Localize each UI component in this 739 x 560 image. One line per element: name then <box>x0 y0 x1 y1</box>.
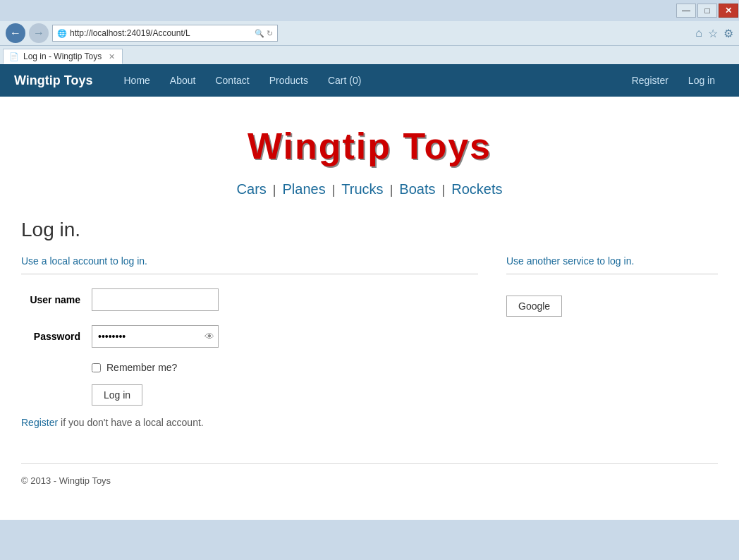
right-divider <box>506 274 718 274</box>
home-icon[interactable]: ⌂ <box>695 27 702 39</box>
active-tab[interactable]: 📄 Log in - Wingtip Toys ✕ <box>3 49 123 64</box>
cat-cars[interactable]: Cars <box>237 181 267 197</box>
username-input[interactable] <box>92 288 219 311</box>
password-label: Password <box>21 331 92 342</box>
tab-bar: 📄 Log in - Wingtip Toys ✕ <box>0 46 739 64</box>
nav-cart[interactable]: Cart (0) <box>318 64 371 97</box>
brand-name[interactable]: Wingtip Toys <box>14 73 93 88</box>
cat-sep-2: | <box>332 183 339 197</box>
nav-login[interactable]: Log in <box>678 64 725 97</box>
login-heading: Log in. <box>21 219 718 241</box>
address-text: http://localhost:24019/Account/L <box>70 28 252 38</box>
cat-sep-3: | <box>390 183 397 197</box>
category-nav: Cars | Planes | Trucks | Boats | Rockets <box>21 174 718 212</box>
register-suffix: if you don't have a local account. <box>61 417 204 428</box>
login-section: Log in. Use a local account to log in. U… <box>21 212 718 435</box>
username-row: User name <box>21 288 478 311</box>
nav-home[interactable]: Home <box>114 64 160 97</box>
close-button[interactable]: ✕ <box>719 4 738 18</box>
login-container: Use a local account to log in. User name… <box>21 255 718 428</box>
footer: © 2013 - Wingtip Toys <box>21 463 718 486</box>
password-input[interactable] <box>92 325 219 348</box>
cat-sep-4: | <box>442 183 449 197</box>
password-wrapper: 👁 <box>92 325 219 348</box>
cat-rockets[interactable]: Rockets <box>451 181 502 197</box>
site-title: Wingtip Toys <box>21 111 718 174</box>
register-text: Register if you don't have a local accou… <box>21 417 478 428</box>
nav-products[interactable]: Products <box>259 64 318 97</box>
login-right: Use another service to log in. Google <box>506 255 718 428</box>
register-link[interactable]: Register <box>21 417 58 428</box>
nav-links: Home About Contact Products Cart (0) <box>114 64 622 97</box>
tab-label: Log in - Wingtip Toys <box>23 51 102 61</box>
google-button[interactable]: Google <box>506 296 562 317</box>
left-divider <box>21 274 478 274</box>
cat-trucks[interactable]: Trucks <box>341 181 383 197</box>
nav-contact[interactable]: Contact <box>205 64 259 97</box>
footer-text: © 2013 - Wingtip Toys <box>21 475 111 486</box>
password-row: Password 👁 <box>21 325 478 348</box>
settings-icon[interactable]: ⚙ <box>723 27 733 40</box>
remember-row: Remember me? <box>92 362 478 373</box>
nav-right-links: Register Log in <box>622 64 725 97</box>
username-label: User name <box>21 294 92 305</box>
window-title-bar: — □ ✕ <box>0 0 739 21</box>
main-content: Wingtip Toys Cars | Planes | Trucks | Bo… <box>0 97 739 520</box>
minimize-button[interactable]: — <box>676 4 696 18</box>
favorites-icon[interactable]: ☆ <box>708 27 718 40</box>
cat-planes[interactable]: Planes <box>283 181 326 197</box>
cat-boats[interactable]: Boats <box>399 181 435 197</box>
back-button[interactable]: ← <box>6 23 25 43</box>
local-subtitle: Use a local account to log in. <box>21 255 478 267</box>
login-left: Use a local account to log in. User name… <box>21 255 478 428</box>
forward-button[interactable]: → <box>29 23 49 43</box>
login-button[interactable]: Log in <box>92 384 142 406</box>
browser-icons: ⌂ ☆ ⚙ <box>695 27 733 40</box>
maximize-button[interactable]: □ <box>697 4 717 18</box>
nav-about[interactable]: About <box>160 64 206 97</box>
cat-sep-1: | <box>273 183 280 197</box>
remember-label: Remember me? <box>106 362 177 373</box>
tab-icon: 📄 <box>9 52 19 61</box>
external-subtitle: Use another service to log in. <box>506 255 718 267</box>
password-toggle-icon[interactable]: 👁 <box>204 331 214 342</box>
tab-close-icon[interactable]: ✕ <box>109 52 115 61</box>
address-bar: ← → 🌐 http://localhost:24019/Account/L 🔍… <box>0 21 739 46</box>
address-field[interactable]: 🌐 http://localhost:24019/Account/L 🔍 ↻ <box>52 25 278 42</box>
site-navbar: Wingtip Toys Home About Contact Products… <box>0 64 739 97</box>
nav-register[interactable]: Register <box>622 64 678 97</box>
remember-checkbox[interactable] <box>92 363 101 372</box>
